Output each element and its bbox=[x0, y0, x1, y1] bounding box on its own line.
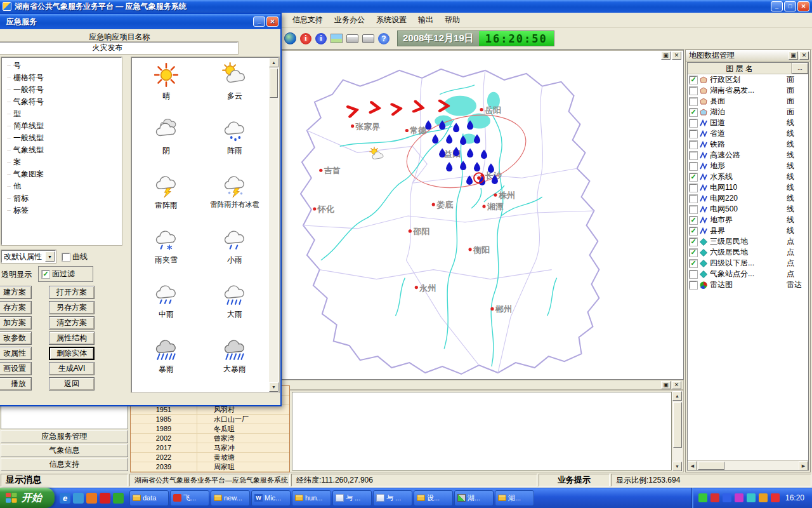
dialog-titlebar[interactable]: 应急服务 _ ✕ bbox=[0, 14, 280, 29]
default-attr-combobox[interactable]: 改默认属性 ▼ bbox=[1, 250, 56, 263]
layer-checkbox-湖南省易发...[interactable] bbox=[690, 87, 697, 95]
transparent-checkbox[interactable]: 透明显示 bbox=[0, 269, 32, 280]
print-icon[interactable] bbox=[346, 34, 358, 43]
layer-checkbox-水系线[interactable]: ✓ bbox=[690, 173, 697, 181]
tray-icon-3[interactable] bbox=[723, 493, 731, 502]
table-row[interactable]: 2022黄坡塘 bbox=[131, 453, 289, 462]
layers-more-button[interactable]: ... bbox=[792, 63, 808, 74]
menu-item-信息支持[interactable]: 信息支持 bbox=[287, 13, 329, 27]
weather-symbol-多云[interactable]: 多云 bbox=[200, 62, 269, 116]
grid-scroll-down[interactable]: ▼ bbox=[269, 382, 278, 392]
layer-checkbox-六级居民地[interactable]: ✓ bbox=[690, 249, 697, 257]
dialog-button-生成AVI[interactable]: 生成AVI bbox=[49, 362, 95, 375]
weather-symbol-大雨[interactable]: 大雨 bbox=[200, 280, 269, 335]
taskbar-task-3[interactable]: new... bbox=[211, 490, 250, 506]
tree-item-案[interactable]: 案 bbox=[3, 156, 120, 168]
taskbar-task-5[interactable]: hun... bbox=[292, 490, 331, 506]
weather-symbol-阵雨[interactable]: 阵雨 bbox=[200, 116, 269, 171]
dialog-button-属性结构[interactable]: 属性结构 bbox=[49, 331, 95, 345]
layer-checkbox-高速公路[interactable] bbox=[690, 152, 697, 159]
face-filter-checkbox[interactable]: ✓ 面过滤 bbox=[38, 266, 93, 282]
layers-close-button[interactable]: ✕ bbox=[799, 51, 809, 60]
nav-button-信息支持[interactable]: 信息支持 bbox=[1, 458, 128, 471]
weather-symbol-雷阵雨并有冰雹[interactable]: 雷阵雨并有冰雹 bbox=[200, 171, 269, 225]
tray-icon-5[interactable] bbox=[747, 493, 756, 502]
export-icon[interactable] bbox=[362, 34, 374, 43]
info-dark-icon[interactable]: i bbox=[315, 33, 327, 44]
minimize-button[interactable]: _ bbox=[771, 1, 783, 11]
weather-symbol-晴[interactable]: 晴 bbox=[132, 62, 200, 116]
curve-checkbox-box[interactable] bbox=[62, 253, 70, 261]
layer-row-县界[interactable]: ✓县界线 bbox=[688, 225, 808, 236]
tree-item-简单线型[interactable]: 简单线型 bbox=[3, 120, 120, 132]
layer-row-三级居民地[interactable]: ✓三级居民地点 bbox=[688, 236, 808, 247]
grid-scroll-thumb[interactable] bbox=[270, 69, 278, 98]
dialog-button-加方案[interactable]: 加方案 bbox=[0, 316, 32, 330]
map-pin-button[interactable]: ▣ bbox=[661, 51, 671, 60]
weather-symbol-大暴雨[interactable]: 大暴雨 bbox=[200, 335, 269, 389]
vscroll-thumb[interactable] bbox=[673, 402, 682, 448]
table-row[interactable]: 2017马家冲 bbox=[131, 443, 289, 453]
close-button[interactable]: ✕ bbox=[797, 1, 809, 11]
dialog-button-另存方案[interactable]: 另存方案 bbox=[49, 301, 95, 314]
tree-item-一般符号[interactable]: 一般符号 bbox=[3, 84, 120, 96]
layer-row-电网220[interactable]: 电网220线 bbox=[688, 193, 808, 204]
layer-checkbox-气象站点分...[interactable] bbox=[690, 271, 697, 278]
weather-symbol-暴雨[interactable]: 暴雨 bbox=[132, 335, 200, 389]
taskbar-task-9[interactable]: 湖... bbox=[454, 490, 494, 506]
dialog-button-改参数[interactable]: 改参数 bbox=[0, 331, 32, 345]
qq-icon[interactable] bbox=[100, 493, 110, 504]
layer-row-国道[interactable]: 国道线 bbox=[688, 117, 808, 128]
tray-icon-1[interactable] bbox=[698, 493, 707, 502]
dialog-button-画设置[interactable]: 画设置 bbox=[0, 362, 32, 375]
layer-checkbox-国道[interactable] bbox=[690, 119, 697, 127]
layer-row-水系线[interactable]: ✓水系线线 bbox=[688, 171, 808, 182]
dialog-button-存方案[interactable]: 存方案 bbox=[0, 301, 32, 314]
combo-dropdown-arrow[interactable]: ▼ bbox=[45, 251, 55, 262]
layer-checkbox-省道[interactable] bbox=[690, 130, 697, 138]
bottom-close-button[interactable]: ✕ bbox=[672, 381, 681, 389]
tree-item-标签[interactable]: 标签 bbox=[3, 204, 120, 217]
taskbar-task-7[interactable]: 与 ... bbox=[373, 490, 412, 506]
start-button[interactable]: 开始 bbox=[0, 488, 55, 508]
layer-checkbox-地市界[interactable]: ✓ bbox=[690, 217, 697, 224]
show-desktop-icon[interactable] bbox=[73, 493, 84, 504]
layer-checkbox-地形[interactable] bbox=[690, 163, 697, 170]
layer-row-雷达图[interactable]: 雷达图雷达 bbox=[688, 279, 808, 290]
weather-symbol-小雨[interactable]: 小雨 bbox=[200, 225, 269, 280]
tree-item-气象线型[interactable]: 气象线型 bbox=[3, 144, 120, 156]
tree-item-一般线型[interactable]: 一般线型 bbox=[3, 132, 120, 144]
message-vscrollbar[interactable]: ▲ ▼ bbox=[672, 391, 683, 471]
menu-item-输出[interactable]: 输出 bbox=[412, 13, 439, 27]
nav-button-应急服务管理[interactable]: 应急服务管理 bbox=[1, 430, 128, 443]
grid-scroll-up[interactable]: ▲ bbox=[269, 58, 278, 67]
nav-button-气象信息[interactable]: 气象信息 bbox=[1, 444, 128, 457]
layer-checkbox-行政区划[interactable]: ✓ bbox=[690, 76, 697, 84]
msn-icon[interactable] bbox=[113, 493, 124, 504]
map-panel[interactable]: ▣ ✕ bbox=[281, 50, 684, 380]
table-row[interactable]: 1985水口山一厂 bbox=[131, 415, 289, 424]
layer-checkbox-县面[interactable] bbox=[690, 98, 697, 105]
weather-symbol-中雨[interactable]: 中雨 bbox=[132, 280, 200, 335]
layer-row-电网110[interactable]: 电网110线 bbox=[688, 182, 808, 193]
help-icon[interactable]: ? bbox=[378, 33, 390, 44]
dialog-button-建方案[interactable]: 建方案 bbox=[0, 286, 32, 299]
tree-item-气象图案[interactable]: 气象图案 bbox=[3, 168, 120, 180]
layer-checkbox-三级居民地[interactable]: ✓ bbox=[690, 238, 697, 246]
layer-row-地市界[interactable]: ✓地市界线 bbox=[688, 215, 808, 225]
tray-icon-7[interactable] bbox=[771, 493, 780, 502]
menu-item-业务办公[interactable]: 业务办公 bbox=[329, 13, 370, 27]
scroll-down-arrow[interactable]: ▼ bbox=[672, 462, 682, 471]
taskbar-task-1[interactable]: data bbox=[129, 490, 169, 506]
tray-icon-2[interactable] bbox=[710, 493, 719, 502]
symbol-tree[interactable]: 号栅格符号一般符号气象符号型简单线型一般线型气象线型案气象图案他箭标标签 bbox=[1, 57, 122, 245]
tray-icon-6[interactable] bbox=[759, 493, 768, 502]
tree-item-栅格符号[interactable]: 栅格符号 bbox=[3, 72, 120, 84]
layer-row-湖南省易发...[interactable]: 湖南省易发...面 bbox=[688, 85, 808, 96]
menu-item-帮助[interactable]: 帮助 bbox=[439, 13, 466, 27]
layers-hscrollbar[interactable]: ◀ ▶ bbox=[688, 460, 808, 470]
tree-item-气象符号[interactable]: 气象符号 bbox=[3, 96, 120, 108]
tree-item-箭标[interactable]: 箭标 bbox=[3, 192, 120, 204]
layer-row-六级居民地[interactable]: ✓六级居民地点 bbox=[688, 247, 808, 258]
layer-row-县面[interactable]: 县面面 bbox=[688, 96, 808, 107]
